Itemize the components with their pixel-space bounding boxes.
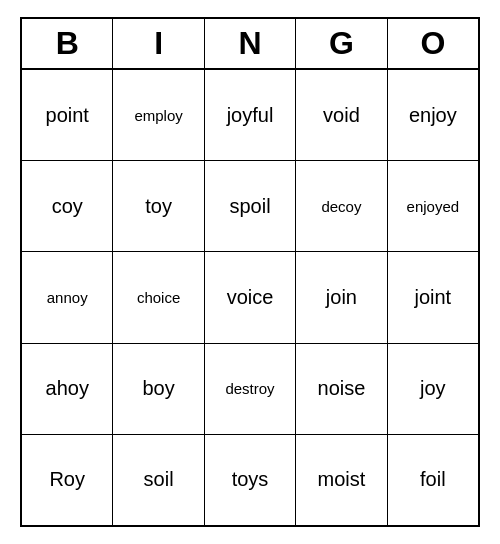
bingo-cell-1-2: spoil <box>205 161 296 251</box>
bingo-cell-1-1: toy <box>113 161 204 251</box>
bingo-cell-4-1: soil <box>113 435 204 525</box>
bingo-row-1: coytoyspoildecoyenjoyed <box>22 161 478 252</box>
bingo-cell-0-4: enjoy <box>388 70 478 160</box>
bingo-cell-3-1: boy <box>113 344 204 434</box>
bingo-cell-4-0: Roy <box>22 435 113 525</box>
bingo-cell-3-4: joy <box>388 344 478 434</box>
bingo-cell-2-2: voice <box>205 252 296 342</box>
bingo-cell-3-3: noise <box>296 344 387 434</box>
header-letter-G: G <box>296 19 387 68</box>
bingo-cell-1-0: coy <box>22 161 113 251</box>
bingo-cell-3-2: destroy <box>205 344 296 434</box>
bingo-cell-4-3: moist <box>296 435 387 525</box>
header-letter-N: N <box>205 19 296 68</box>
bingo-row-3: ahoyboydestroynoisejoy <box>22 344 478 435</box>
bingo-cell-2-1: choice <box>113 252 204 342</box>
bingo-cell-1-4: enjoyed <box>388 161 478 251</box>
bingo-cell-1-3: decoy <box>296 161 387 251</box>
bingo-cell-0-3: void <box>296 70 387 160</box>
bingo-cell-2-3: join <box>296 252 387 342</box>
bingo-cell-0-1: employ <box>113 70 204 160</box>
bingo-cell-2-4: joint <box>388 252 478 342</box>
bingo-cell-0-0: point <box>22 70 113 160</box>
bingo-header: BINGO <box>22 19 478 70</box>
header-letter-B: B <box>22 19 113 68</box>
bingo-row-2: annoychoicevoicejoinjoint <box>22 252 478 343</box>
bingo-cell-3-0: ahoy <box>22 344 113 434</box>
bingo-cell-4-4: foil <box>388 435 478 525</box>
bingo-row-0: pointemployjoyfulvoidenjoy <box>22 70 478 161</box>
bingo-cell-2-0: annoy <box>22 252 113 342</box>
bingo-row-4: Roysoiltoysmoistfoil <box>22 435 478 525</box>
header-letter-I: I <box>113 19 204 68</box>
bingo-card: BINGO pointemployjoyfulvoidenjoycoytoysp… <box>20 17 480 527</box>
bingo-body: pointemployjoyfulvoidenjoycoytoyspoildec… <box>22 70 478 525</box>
header-letter-O: O <box>388 19 478 68</box>
bingo-cell-4-2: toys <box>205 435 296 525</box>
bingo-cell-0-2: joyful <box>205 70 296 160</box>
